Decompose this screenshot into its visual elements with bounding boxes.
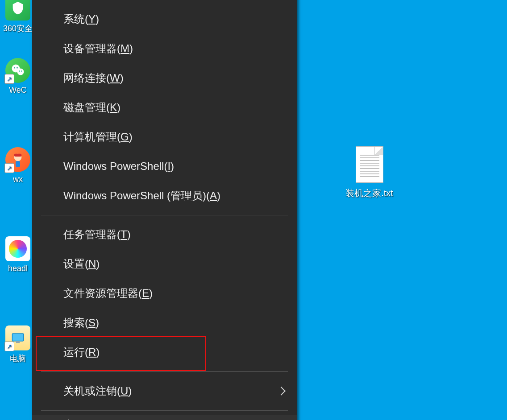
menu-item-label: 关机或注销(U) [63,384,132,398]
svg-rect-7 [14,154,22,157]
desktop-icon-label: wx [13,175,23,184]
menu-item-item[interactable]: 网络连接(W) [32,63,297,93]
menu-mnemonic: K [110,101,117,113]
menu-mnemonic: I [167,160,170,172]
svg-point-5 [21,70,22,71]
menu-item-label: 计算机管理(G) [63,130,133,144]
wechat-icon: ↗ [5,58,30,83]
menu-mnemonic: W [110,72,120,84]
menu-mnemonic: G [121,131,129,143]
desktop-icon-label: 360安全 [3,23,33,34]
menu-item-label: 磁盘管理(K) [63,100,121,115]
menu-item-item[interactable]: 桌面(D) [32,415,297,420]
svg-point-4 [19,70,20,71]
shield-icon [5,0,30,21]
menu-item-item[interactable]: 任务管理器(T) [32,220,297,249]
desktop-icon-label: headl [8,264,28,273]
menu-item-item[interactable]: 关机或注销(U) [32,376,297,406]
menu-mnemonic: A [210,189,217,202]
file-label: 装机之家.txt [345,187,393,199]
menu-item-label: 桌面(D) [63,418,100,420]
menu-item-label: Windows PowerShell (管理员)(A) [63,189,220,203]
menu-item-item[interactable]: 设置(N) [32,249,297,279]
svg-rect-8 [16,161,20,167]
character-icon: ↗ [5,147,30,172]
folder-icon: ↗ [5,325,30,350]
svg-rect-10 [16,341,20,343]
menu-item-item[interactable]: 文件资源管理器(E) [32,279,297,308]
svg-point-3 [17,67,18,69]
desktop-file-txt[interactable]: 装机之家.txt [344,146,395,199]
menu-mnemonic: T [121,228,127,240]
menu-mnemonic: R [88,346,96,358]
desktop-icon-label: WeC [9,86,27,95]
menu-item-item[interactable]: 系统(Y) [32,4,297,34]
menu-item-windows-powershell[interactable]: Windows PowerShell(I) [32,152,297,181]
menu-separator [41,410,288,411]
menu-item-item[interactable]: 运行(R) [32,338,297,367]
menu-mnemonic: N [88,258,96,270]
menu-mnemonic: U [121,385,128,397]
shortcut-arrow-icon: ↗ [4,74,14,84]
menu-item-windows-powershell[interactable]: Windows PowerShell (管理员)(A) [32,181,297,210]
menu-item-item[interactable]: 计算机管理(G) [32,122,297,152]
menu-item-label: 设备管理器(M) [63,41,133,56]
menu-item-label: 设置(N) [63,257,100,271]
svg-rect-9 [12,334,23,341]
svg-point-1 [17,69,24,75]
menu-mnemonic: S [88,317,96,329]
menu-item-item[interactable]: 磁盘管理(K) [32,93,297,122]
menu-separator [41,215,288,215]
menu-item-label: 搜索(S) [63,316,99,330]
svg-point-2 [14,67,15,69]
shortcut-arrow-icon: ↗ [4,342,14,351]
menu-item-item[interactable]: 设备管理器(M) [32,34,297,63]
menu-item-label: Windows PowerShell(I) [63,160,174,173]
menu-item-label: 运行(R) [63,345,100,359]
shortcut-arrow-icon: ↗ [4,163,14,173]
menu-mnemonic: Y [88,13,96,25]
color-wheel-icon [5,236,30,261]
menu-item-label: 文件资源管理器(E) [63,286,153,301]
desktop-icon-label: 电脑 [10,353,26,364]
menu-item-label: 任务管理器(T) [63,227,131,242]
menu-item-label: 网络连接(W) [63,71,124,85]
menu-item-label: 系统(Y) [63,12,99,26]
winx-context-menu: 系统(Y)设备管理器(M)网络连接(W)磁盘管理(K)计算机管理(G)Windo… [32,0,297,420]
menu-separator [41,371,288,372]
menu-mnemonic: M [121,42,129,54]
menu-item-item[interactable]: 搜索(S) [32,308,297,338]
text-file-icon [356,146,383,183]
menu-mnemonic: E [142,287,149,299]
